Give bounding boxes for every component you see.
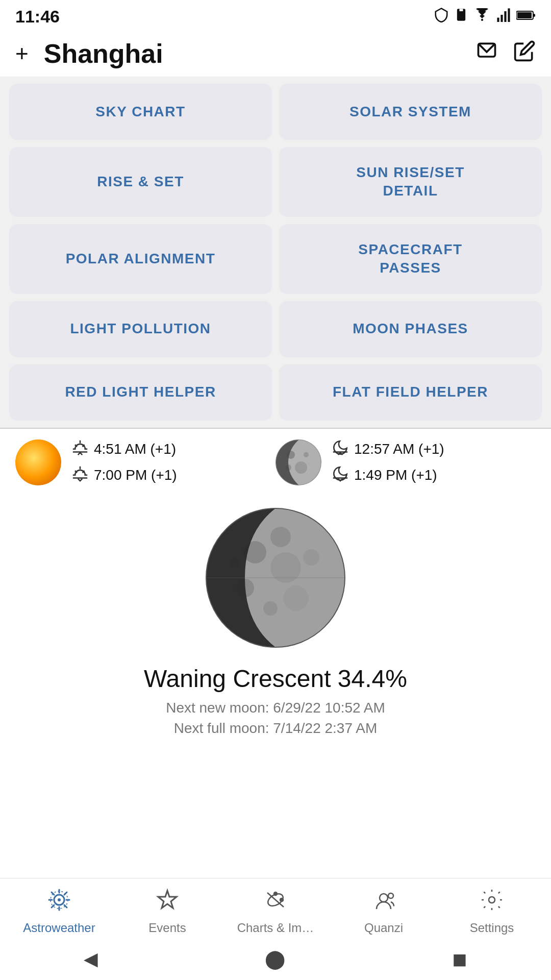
nav-settings[interactable]: Settings — [438, 888, 546, 935]
moon-set-time: 1:49 PM (+1) — [354, 467, 437, 483]
sim-icon — [454, 8, 468, 26]
sun-set-row: 7:00 PM (+1) — [71, 465, 177, 486]
svg-point-48 — [388, 893, 393, 898]
solar-system-button[interactable]: SOLAR SYSTEM — [279, 84, 542, 140]
sun-rise-time: 4:51 AM (+1) — [94, 441, 176, 457]
svg-point-14 — [295, 461, 307, 474]
sun-set-time: 7:00 PM (+1) — [94, 467, 177, 483]
flat-field-helper-button[interactable]: FLAT FIELD HELPER — [279, 364, 542, 421]
moon-phase-section: Waning Crescent 34.4% Next new moon: 6/2… — [0, 496, 551, 756]
moon-phase-label: Waning Crescent 34.4% — [144, 665, 407, 693]
nav-quanzi-label: Quanzi — [364, 921, 403, 935]
sun-times: 4:51 AM (+1) 7:00 PM (+1) — [71, 439, 177, 486]
svg-rect-2 — [497, 17, 499, 21]
message-button[interactable] — [475, 40, 498, 67]
quanzi-icon — [371, 888, 396, 918]
recents-button[interactable]: ◼ — [452, 948, 467, 970]
top-bar-right — [475, 40, 536, 67]
sun-rise-row: 4:51 AM (+1) — [71, 439, 177, 460]
svg-point-46 — [280, 898, 283, 901]
nav-settings-label: Settings — [470, 921, 514, 935]
rise-set-button[interactable]: RISE & SET — [9, 147, 272, 217]
wifi-icon — [473, 8, 491, 25]
status-icons — [434, 7, 536, 26]
nav-events[interactable]: Events — [113, 888, 221, 935]
bottom-nav: Astroweather Events Charts & Im… — [0, 878, 551, 940]
moon-phases-button[interactable]: MOON PHASES — [279, 301, 542, 357]
polar-alignment-button[interactable]: POLAR ALIGNMENT — [9, 224, 272, 294]
nav-quanzi[interactable]: Quanzi — [330, 888, 438, 935]
top-bar-left: + Shanghai — [15, 38, 163, 69]
battery-icon — [516, 8, 536, 24]
svg-point-22 — [270, 552, 301, 583]
svg-point-45 — [274, 892, 277, 895]
moon-rise-time: 12:57 AM (+1) — [354, 441, 444, 457]
svg-point-32 — [58, 898, 61, 901]
shield-icon — [434, 7, 449, 26]
nav-charts-label: Charts & Im… — [237, 921, 314, 935]
svg-rect-5 — [508, 8, 510, 22]
light-pollution-button[interactable]: LIGHT POLLUTION — [9, 301, 272, 357]
settings-icon — [480, 888, 504, 918]
astro-row: 4:51 AM (+1) 7:00 PM (+1) — [0, 429, 551, 496]
next-full-moon: Next full moon: 7/14/22 2:37 AM — [174, 720, 377, 737]
svg-point-16 — [304, 452, 309, 457]
nav-astroweather[interactable]: Astroweather — [5, 888, 113, 935]
sun-image — [15, 439, 61, 485]
nav-astroweather-label: Astroweather — [23, 921, 95, 935]
moon-rise-row: 12:57 AM (+1) — [332, 439, 444, 460]
svg-point-24 — [283, 585, 309, 611]
add-button[interactable]: + — [15, 41, 29, 66]
svg-point-49 — [489, 897, 495, 903]
moon-large-image — [204, 506, 347, 649]
page-title: Shanghai — [44, 38, 163, 69]
svg-line-40 — [52, 905, 54, 908]
next-new-moon: Next new moon: 6/29/22 10:52 AM — [166, 700, 385, 716]
svg-point-47 — [380, 894, 388, 902]
signal-icon — [496, 8, 511, 26]
sky-chart-button[interactable]: SKY CHART — [9, 84, 272, 140]
svg-rect-3 — [500, 15, 503, 22]
back-button[interactable]: ◀ — [84, 948, 98, 970]
status-bar: 11:46 — [0, 0, 551, 31]
menu-grid: SKY CHART SOLAR SYSTEM RISE & SET SUN RI… — [0, 77, 551, 428]
edit-button[interactable] — [513, 40, 536, 67]
charts-icon — [263, 888, 288, 918]
sunrise-icon — [71, 439, 89, 460]
moon-times: 12:57 AM (+1) 1:49 PM (+1) — [332, 439, 444, 486]
moon-cell: 12:57 AM (+1) 1:49 PM (+1) — [276, 439, 536, 486]
status-time: 11:46 — [15, 7, 60, 27]
moonrise-icon — [332, 439, 349, 460]
astroweather-icon — [47, 888, 71, 918]
svg-point-26 — [303, 549, 319, 566]
top-bar: + Shanghai — [0, 31, 551, 77]
system-nav: ◀ ⬤ ◼ — [0, 940, 551, 980]
red-light-helper-button[interactable]: RED LIGHT HELPER — [9, 364, 272, 421]
moon-set-row: 1:49 PM (+1) — [332, 465, 444, 486]
nav-events-label: Events — [148, 921, 186, 935]
svg-point-1 — [481, 18, 483, 20]
sun-cell: 4:51 AM (+1) 7:00 PM (+1) — [15, 439, 276, 486]
home-button[interactable]: ⬤ — [265, 948, 285, 970]
svg-rect-8 — [533, 14, 535, 17]
nav-charts[interactable]: Charts & Im… — [221, 888, 330, 935]
sunset-icon — [71, 465, 89, 486]
spacecraft-passes-button[interactable]: SPACECRAFTPASSES — [279, 224, 542, 294]
svg-rect-4 — [504, 11, 506, 22]
events-icon — [155, 888, 180, 918]
svg-point-25 — [263, 601, 278, 616]
moon-image — [276, 439, 321, 485]
svg-marker-42 — [158, 891, 177, 908]
moonset-icon — [332, 465, 349, 486]
svg-point-28 — [270, 527, 291, 547]
sun-rise-set-detail-button[interactable]: SUN RISE/SETDETAIL — [279, 147, 542, 217]
svg-rect-7 — [517, 12, 532, 18]
